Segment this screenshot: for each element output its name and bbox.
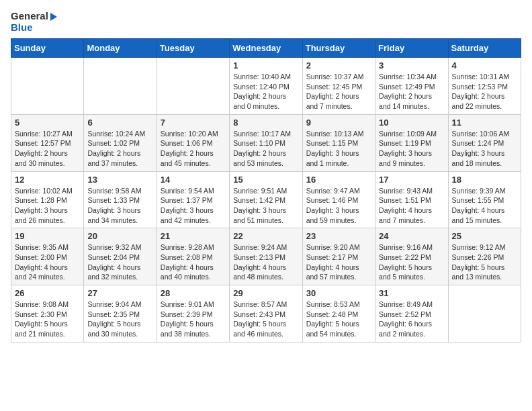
day-info: Sunrise: 9:47 AM Sunset: 1:46 PM Dayligh… bbox=[306, 186, 371, 226]
day-number: 16 bbox=[306, 175, 371, 185]
day-info: Sunrise: 9:20 AM Sunset: 2:17 PM Dayligh… bbox=[306, 242, 371, 282]
calendar-cell: 29Sunrise: 8:57 AM Sunset: 2:43 PM Dayli… bbox=[230, 285, 302, 342]
day-number: 17 bbox=[379, 175, 444, 185]
calendar-cell: 21Sunrise: 9:28 AM Sunset: 2:08 PM Dayli… bbox=[157, 228, 229, 285]
calendar-cell: 30Sunrise: 8:53 AM Sunset: 2:48 PM Dayli… bbox=[302, 285, 375, 342]
calendar-cell: 7Sunrise: 10:20 AM Sunset: 1:06 PM Dayli… bbox=[157, 114, 229, 171]
calendar-cell: 17Sunrise: 9:43 AM Sunset: 1:51 PM Dayli… bbox=[375, 171, 448, 228]
day-info: Sunrise: 9:39 AM Sunset: 1:55 PM Dayligh… bbox=[452, 186, 517, 226]
calendar-cell: 28Sunrise: 9:01 AM Sunset: 2:39 PM Dayli… bbox=[157, 285, 229, 342]
weekday-header-cell: Saturday bbox=[448, 39, 521, 58]
day-number: 31 bbox=[379, 288, 444, 298]
calendar-cell: 8Sunrise: 10:17 AM Sunset: 1:10 PM Dayli… bbox=[230, 114, 302, 171]
calendar-cell: 25Sunrise: 9:12 AM Sunset: 2:26 PM Dayli… bbox=[448, 228, 521, 285]
calendar-row: 19Sunrise: 9:35 AM Sunset: 2:00 PM Dayli… bbox=[11, 228, 521, 285]
day-number: 3 bbox=[379, 60, 444, 71]
calendar-cell: 12Sunrise: 10:02 AM Sunset: 1:28 PM Dayl… bbox=[11, 171, 84, 228]
calendar-cell: 4Sunrise: 10:31 AM Sunset: 12:53 PM Dayl… bbox=[448, 58, 521, 115]
calendar-cell: 2Sunrise: 10:37 AM Sunset: 12:45 PM Dayl… bbox=[302, 58, 375, 115]
day-info: Sunrise: 10:31 AM Sunset: 12:53 PM Dayli… bbox=[452, 72, 517, 111]
day-number: 29 bbox=[233, 288, 298, 298]
day-info: Sunrise: 8:57 AM Sunset: 2:43 PM Dayligh… bbox=[233, 300, 298, 339]
calendar-row: 5Sunrise: 10:27 AM Sunset: 12:57 PM Dayl… bbox=[11, 114, 521, 171]
day-number: 20 bbox=[87, 231, 152, 241]
day-number: 4 bbox=[452, 60, 517, 71]
day-info: Sunrise: 9:28 AM Sunset: 2:08 PM Dayligh… bbox=[161, 242, 226, 282]
day-info: Sunrise: 10:13 AM Sunset: 1:15 PM Daylig… bbox=[306, 129, 371, 169]
day-number: 5 bbox=[15, 118, 80, 128]
day-info: Sunrise: 8:53 AM Sunset: 2:48 PM Dayligh… bbox=[306, 300, 371, 339]
day-number: 13 bbox=[87, 175, 152, 185]
day-number: 19 bbox=[15, 231, 80, 241]
logo: General Blue bbox=[11, 11, 57, 33]
day-info: Sunrise: 10:06 AM Sunset: 1:24 PM Daylig… bbox=[452, 129, 517, 169]
day-number: 11 bbox=[452, 118, 517, 128]
day-info: Sunrise: 10:09 AM Sunset: 1:19 PM Daylig… bbox=[379, 129, 444, 169]
day-info: Sunrise: 8:49 AM Sunset: 2:52 PM Dayligh… bbox=[379, 300, 444, 339]
calendar-cell: 23Sunrise: 9:20 AM Sunset: 2:17 PM Dayli… bbox=[302, 228, 375, 285]
calendar-cell: 5Sunrise: 10:27 AM Sunset: 12:57 PM Dayl… bbox=[11, 114, 84, 171]
day-number: 6 bbox=[87, 118, 152, 128]
day-info: Sunrise: 9:12 AM Sunset: 2:26 PM Dayligh… bbox=[452, 242, 517, 282]
day-info: Sunrise: 10:37 AM Sunset: 12:45 PM Dayli… bbox=[306, 72, 371, 111]
calendar-cell: 11Sunrise: 10:06 AM Sunset: 1:24 PM Dayl… bbox=[448, 114, 521, 171]
calendar-cell: 10Sunrise: 10:09 AM Sunset: 1:19 PM Dayl… bbox=[375, 114, 448, 171]
day-number: 30 bbox=[306, 288, 371, 298]
day-info: Sunrise: 9:32 AM Sunset: 2:04 PM Dayligh… bbox=[87, 242, 152, 282]
day-info: Sunrise: 9:16 AM Sunset: 2:22 PM Dayligh… bbox=[379, 242, 444, 282]
calendar-row: 1Sunrise: 10:40 AM Sunset: 12:40 PM Dayl… bbox=[11, 58, 521, 115]
weekday-header-cell: Thursday bbox=[302, 39, 375, 58]
day-number: 24 bbox=[379, 231, 444, 241]
calendar-cell: 18Sunrise: 9:39 AM Sunset: 1:55 PM Dayli… bbox=[448, 171, 521, 228]
calendar-cell: 15Sunrise: 9:51 AM Sunset: 1:42 PM Dayli… bbox=[230, 171, 302, 228]
day-number: 7 bbox=[161, 118, 226, 128]
day-number: 23 bbox=[306, 231, 371, 241]
day-info: Sunrise: 10:40 AM Sunset: 12:40 PM Dayli… bbox=[233, 72, 298, 111]
day-info: Sunrise: 10:34 AM Sunset: 12:49 PM Dayli… bbox=[379, 72, 444, 111]
day-number: 26 bbox=[15, 288, 80, 298]
day-number: 8 bbox=[233, 118, 298, 128]
day-info: Sunrise: 9:43 AM Sunset: 1:51 PM Dayligh… bbox=[379, 186, 444, 226]
logo-blue: Blue bbox=[11, 22, 57, 34]
calendar-cell: 31Sunrise: 8:49 AM Sunset: 2:52 PM Dayli… bbox=[375, 285, 448, 342]
weekday-header-cell: Tuesday bbox=[157, 39, 229, 58]
calendar: SundayMondayTuesdayWednesdayThursdayFrid… bbox=[11, 38, 521, 342]
weekday-header: SundayMondayTuesdayWednesdayThursdayFrid… bbox=[11, 39, 521, 58]
calendar-cell: 16Sunrise: 9:47 AM Sunset: 1:46 PM Dayli… bbox=[302, 171, 375, 228]
header: General Blue bbox=[11, 11, 521, 33]
day-number: 15 bbox=[233, 175, 298, 185]
calendar-cell: 22Sunrise: 9:24 AM Sunset: 2:13 PM Dayli… bbox=[230, 228, 302, 285]
calendar-cell: 13Sunrise: 9:58 AM Sunset: 1:33 PM Dayli… bbox=[84, 171, 157, 228]
calendar-cell bbox=[11, 58, 84, 115]
day-info: Sunrise: 9:51 AM Sunset: 1:42 PM Dayligh… bbox=[233, 186, 298, 226]
day-info: Sunrise: 9:35 AM Sunset: 2:00 PM Dayligh… bbox=[15, 242, 80, 282]
day-info: Sunrise: 10:24 AM Sunset: 1:02 PM Daylig… bbox=[87, 129, 152, 169]
calendar-cell: 14Sunrise: 9:54 AM Sunset: 1:37 PM Dayli… bbox=[157, 171, 229, 228]
day-number: 25 bbox=[452, 231, 517, 241]
day-info: Sunrise: 9:24 AM Sunset: 2:13 PM Dayligh… bbox=[233, 242, 298, 282]
calendar-cell bbox=[157, 58, 229, 115]
day-info: Sunrise: 9:58 AM Sunset: 1:33 PM Dayligh… bbox=[87, 186, 152, 226]
day-number: 9 bbox=[306, 118, 371, 128]
day-info: Sunrise: 9:54 AM Sunset: 1:37 PM Dayligh… bbox=[161, 186, 226, 226]
calendar-cell: 9Sunrise: 10:13 AM Sunset: 1:15 PM Dayli… bbox=[302, 114, 375, 171]
day-info: Sunrise: 9:04 AM Sunset: 2:35 PM Dayligh… bbox=[87, 300, 152, 339]
calendar-cell: 26Sunrise: 9:08 AM Sunset: 2:30 PM Dayli… bbox=[11, 285, 84, 342]
calendar-cell: 27Sunrise: 9:04 AM Sunset: 2:35 PM Dayli… bbox=[84, 285, 157, 342]
calendar-cell bbox=[84, 58, 157, 115]
day-number: 14 bbox=[161, 175, 226, 185]
day-info: Sunrise: 10:27 AM Sunset: 12:57 PM Dayli… bbox=[15, 129, 80, 169]
calendar-cell: 1Sunrise: 10:40 AM Sunset: 12:40 PM Dayl… bbox=[230, 58, 302, 115]
calendar-cell bbox=[448, 285, 521, 342]
calendar-body: 1Sunrise: 10:40 AM Sunset: 12:40 PM Dayl… bbox=[11, 58, 521, 342]
day-number: 10 bbox=[379, 118, 444, 128]
day-number: 22 bbox=[233, 231, 298, 241]
day-info: Sunrise: 9:08 AM Sunset: 2:30 PM Dayligh… bbox=[15, 300, 80, 339]
day-info: Sunrise: 10:17 AM Sunset: 1:10 PM Daylig… bbox=[233, 129, 298, 169]
day-info: Sunrise: 10:02 AM Sunset: 1:28 PM Daylig… bbox=[15, 186, 80, 226]
day-number: 18 bbox=[452, 175, 517, 185]
day-number: 27 bbox=[87, 288, 152, 298]
weekday-header-cell: Sunday bbox=[11, 39, 84, 58]
day-number: 12 bbox=[15, 175, 80, 185]
day-number: 28 bbox=[161, 288, 226, 298]
